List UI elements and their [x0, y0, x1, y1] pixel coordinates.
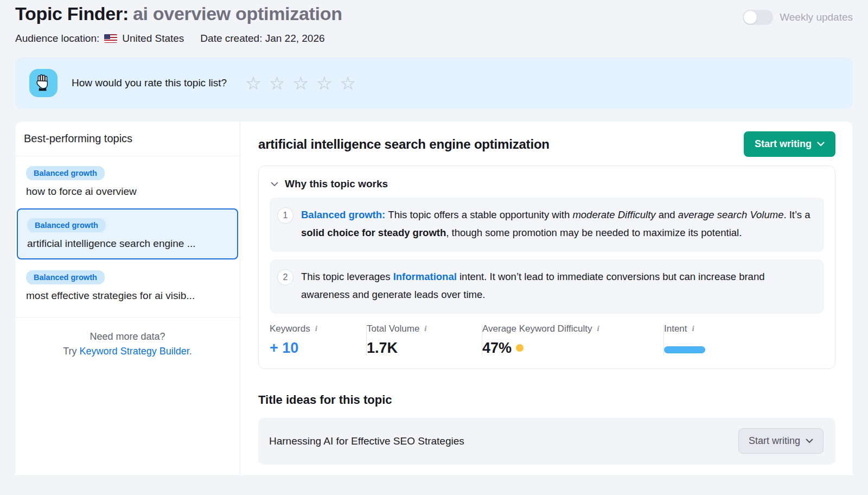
star-icon-3[interactable]: ☆ — [292, 74, 309, 92]
point-text-segment: moderate Difficulty — [572, 209, 655, 220]
total-volume-label: Total Volume — [367, 323, 419, 334]
info-icon[interactable]: i — [597, 324, 599, 333]
ksb-suggestion: Try Keyword Strategy Builder. — [21, 344, 234, 359]
intent-label: Intent — [664, 323, 687, 334]
metric-keywords: Keywordsi + 10 — [270, 323, 366, 357]
need-more-data-text: Need more data? — [21, 329, 234, 344]
star-icon-2[interactable]: ☆ — [269, 74, 285, 92]
audience-location-value: United States — [122, 33, 184, 45]
sidebar-title: Best-performing topics — [15, 122, 240, 156]
try-text: Try — [63, 346, 79, 357]
point-text-segment: This topic offers a stable opportunity w… — [388, 209, 572, 220]
topic-badge: Balanced growth — [27, 218, 106, 232]
date-created: Date created: Jan 22, 2026 — [200, 33, 324, 45]
report-meta: Audience location: United States Date cr… — [15, 33, 853, 45]
start-writing-button[interactable]: Start writing — [744, 131, 835, 157]
balanced-growth-term: Balanced growth: — [301, 209, 388, 220]
point-text-segment: average search Volume — [678, 209, 784, 220]
difficulty-dot-icon — [516, 344, 524, 352]
metric-total-volume: Total Volumei 1.7K — [367, 323, 482, 357]
why-topic-works-header[interactable]: Why this topic works — [270, 176, 824, 198]
weekly-updates-toggle[interactable] — [743, 10, 773, 25]
star-icon-5[interactable]: ☆ — [340, 74, 356, 92]
why-topic-works-title: Why this topic works — [285, 178, 388, 190]
point-text-segment: solid choice for steady growth — [301, 227, 446, 238]
weekly-updates-label: Weekly updates — [780, 11, 853, 23]
kd-label: Average Keyword Difficulty — [482, 323, 592, 334]
page-header: Topic Finder:ai overview optimization We… — [15, 0, 853, 25]
topic-item-title: how to force ai overview — [26, 186, 229, 198]
page-title-query: ai overview optimization — [133, 3, 342, 24]
keywords-label: Keywords — [270, 323, 310, 334]
intent-bar — [664, 346, 705, 353]
topic-metrics: Keywordsi + 10 Total Volumei 1.7K Averag… — [270, 321, 824, 357]
kd-value: 47% — [482, 340, 512, 357]
point-text-segment: This topic leverages — [301, 271, 393, 282]
audience-location-label: Audience location: — [15, 33, 99, 45]
topic-detail-pane: artificial intelligence search engine op… — [240, 122, 853, 475]
weekly-updates-control: Weekly updates — [743, 10, 853, 25]
star-rating: ☆ ☆ ☆ ☆ ☆ — [245, 74, 356, 92]
start-writing-idea-button[interactable]: Start writing — [738, 428, 824, 454]
waving-hand-icon — [29, 69, 58, 97]
point-text: This topic leverages Informational inten… — [301, 268, 813, 304]
informational-term: Informational — [393, 271, 457, 282]
why-point-1: 1 Balanced growth: This topic offers a s… — [270, 198, 824, 252]
info-icon[interactable]: i — [315, 324, 317, 333]
topics-sidebar: Best-performing topics Balanced growth h… — [15, 122, 240, 475]
period-text: . — [189, 346, 192, 357]
us-flag-icon — [104, 34, 117, 43]
topic-list-item-3[interactable]: Balanced growth most effective strategie… — [15, 261, 240, 312]
chevron-down-icon — [806, 439, 813, 443]
sidebar-footer: Need more data? Try Keyword Strategy Bui… — [15, 318, 240, 371]
topic-badge: Balanced growth — [26, 166, 105, 180]
point-number: 1 — [277, 207, 293, 224]
point-text-segment: . It’s a — [783, 209, 810, 220]
keywords-value: + 10 — [270, 340, 351, 357]
selected-topic-title: artificial intelligence search engine op… — [258, 137, 550, 152]
info-icon[interactable]: i — [424, 324, 426, 333]
rating-banner: How would you rate this topic list? ☆ ☆ … — [15, 58, 853, 109]
title-idea-row: Harnessing AI for Effective SEO Strategi… — [258, 418, 835, 465]
page-title: Topic Finder:ai overview optimization — [15, 3, 342, 24]
total-volume-value: 1.7K — [367, 340, 467, 357]
hand-illustration — [34, 74, 53, 92]
metric-keyword-difficulty: Average Keyword Difficultyi 47% — [482, 323, 663, 357]
point-text-segment: , though some promotion may be needed to… — [446, 227, 742, 238]
why-point-2: 2 This topic leverages Informational int… — [270, 259, 824, 314]
point-text: Balanced growth: This topic offers a sta… — [301, 206, 813, 242]
page-title-prefix: Topic Finder: — [15, 3, 129, 24]
rating-question: How would you rate this topic list? — [72, 77, 227, 89]
chevron-down-icon — [817, 142, 825, 147]
topic-item-title: most effective strategies for ai visib..… — [26, 290, 229, 302]
toggle-knob — [744, 11, 757, 24]
topic-list-item-2-selected[interactable]: Balanced growth artificial intelligence … — [17, 208, 238, 259]
content-card: Best-performing topics Balanced growth h… — [15, 122, 853, 475]
title-idea-text: Harnessing AI for Effective SEO Strategi… — [269, 435, 464, 447]
keyword-strategy-builder-link[interactable]: Keyword Strategy Builder — [80, 346, 189, 357]
topic-badge: Balanced growth — [26, 270, 105, 284]
star-icon-4[interactable]: ☆ — [316, 74, 333, 92]
topic-finder-page: Topic Finder:ai overview optimization We… — [0, 0, 868, 495]
topic-list-item-1[interactable]: Balanced growth how to force ai overview — [15, 156, 240, 207]
point-text-segment: and — [656, 209, 678, 220]
point-number: 2 — [277, 269, 293, 285]
topic-detail-header: artificial intelligence search engine op… — [258, 131, 835, 157]
start-writing-label: Start writing — [755, 138, 812, 150]
info-icon[interactable]: i — [692, 324, 694, 333]
metric-intent: Intenti — [664, 323, 720, 357]
collapse-chevron-icon — [271, 182, 278, 187]
why-topic-works-card: Why this topic works 1 Balanced growth: … — [258, 166, 835, 369]
topic-item-title: artificial intelligence search engine ..… — [27, 238, 228, 250]
title-ideas-heading: Title ideas for this topic — [258, 393, 835, 407]
star-icon-1[interactable]: ☆ — [245, 74, 261, 92]
start-writing-idea-label: Start writing — [749, 435, 800, 447]
